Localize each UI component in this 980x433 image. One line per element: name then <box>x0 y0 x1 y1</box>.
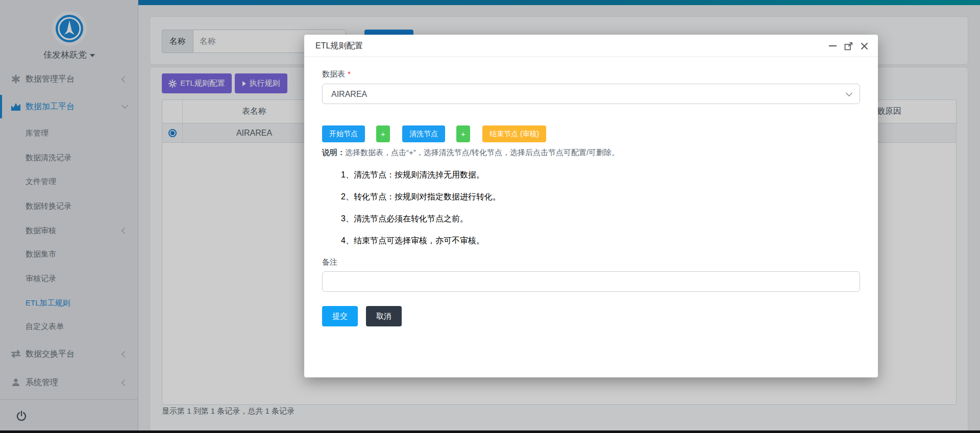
add-node-button-2[interactable]: + <box>456 125 470 142</box>
instructions-prefix: 说明： <box>322 148 345 157</box>
instructions-text: 说明：选择数据表，点击“+”，选择清洗节点/转化节点，选择后点击节点可配置/可删… <box>322 148 860 158</box>
instruction-item: 3、清洗节点必须在转化节点之前。 <box>322 214 860 224</box>
minimize-icon <box>829 45 837 46</box>
cancel-button[interactable]: 取消 <box>366 306 402 326</box>
submit-button[interactable]: 提交 <box>322 306 358 326</box>
required-asterisk: * <box>348 69 351 78</box>
instruction-item: 4、结束节点可选择审核，亦可不审核。 <box>322 236 860 246</box>
maximize-button[interactable] <box>844 42 853 50</box>
start-node-button[interactable]: 开始节点 <box>322 125 365 142</box>
instruction-item: 1、清洗节点：按规则清洗掉无用数据。 <box>322 170 860 180</box>
maximize-icon <box>844 42 853 50</box>
data-table-select[interactable]: AIRAREA <box>322 84 860 104</box>
modal-header: ETL规则配置 <box>304 35 878 57</box>
close-button[interactable] <box>860 42 869 50</box>
add-node-button[interactable]: + <box>376 125 390 142</box>
etl-node-flow: 开始节点 + 清洗节点 + 结束节点 (审核) <box>322 125 860 142</box>
clean-node-button[interactable]: 清洗节点 <box>402 125 445 142</box>
table-field-label: 数据表* <box>322 69 860 79</box>
minimize-button[interactable] <box>828 42 837 50</box>
end-node-button[interactable]: 结束节点 (审核) <box>482 125 546 142</box>
instructions-list: 1、清洗节点：按规则清洗掉无用数据。 2、转化节点：按规则对指定数据进行转化。 … <box>322 170 860 246</box>
close-icon <box>861 42 868 50</box>
modal-title: ETL规则配置 <box>315 35 363 57</box>
etl-config-modal: ETL规则配置 数据表* <box>304 35 878 377</box>
remark-input[interactable] <box>322 271 860 292</box>
instruction-item: 2、转化节点：按规则对指定数据进行转化。 <box>322 192 860 202</box>
remark-field-label: 备注 <box>322 258 860 267</box>
